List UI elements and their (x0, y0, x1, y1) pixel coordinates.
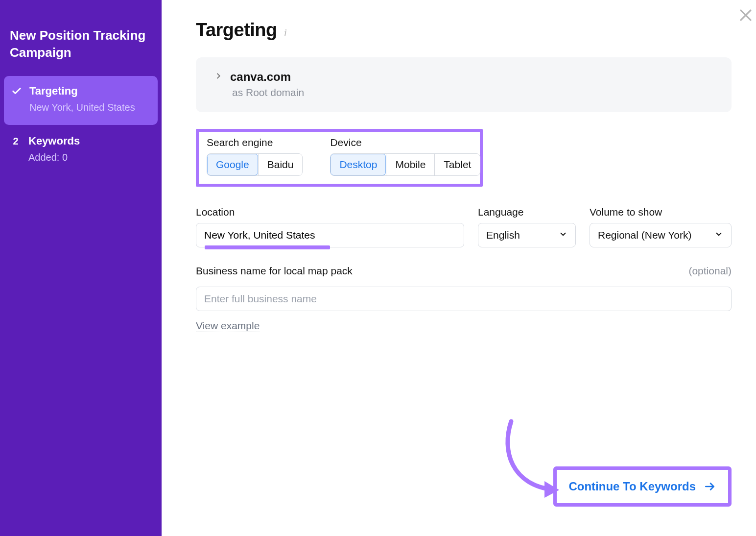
chevron-right-icon (214, 72, 222, 82)
check-icon (11, 86, 23, 97)
volume-select[interactable]: Regional (New York) (590, 223, 732, 247)
step-number: 2 (10, 136, 22, 147)
device-segment: Desktop Mobile Tablet (330, 153, 480, 176)
volume-label: Volume to show (590, 206, 732, 218)
language-select[interactable]: English (478, 223, 576, 247)
business-name-section: Business name for local map pack (option… (196, 265, 732, 332)
language-value: English (486, 229, 520, 241)
location-label: Location (196, 206, 464, 218)
step-subtitle: New York, United States (29, 100, 151, 114)
location-field: Location (196, 206, 464, 247)
sidebar-step-targeting[interactable]: Targeting New York, United States (4, 76, 158, 125)
sidebar: New Position Tracking Campaign Targeting… (0, 0, 162, 536)
loc-lang-vol-row: Location Language English Volume to show… (196, 206, 732, 247)
continue-label: Continue To Keywords (568, 480, 696, 493)
chevron-down-icon (559, 229, 567, 241)
view-example-link[interactable]: View example (196, 320, 260, 332)
sidebar-step-keywords[interactable]: 2 Keywords Added: 0 (0, 126, 162, 173)
business-label: Business name for local map pack (196, 265, 353, 277)
engine-device-highlight: Search engine Google Baidu Device Deskto… (196, 129, 483, 187)
domain-subtitle: as Root domain (232, 87, 717, 98)
step-title: Targeting (29, 85, 151, 97)
volume-field: Volume to show Regional (New York) (590, 206, 732, 247)
volume-value: Regional (New York) (598, 229, 691, 241)
arrow-right-icon (704, 480, 716, 493)
info-icon[interactable]: i (284, 26, 287, 39)
search-engine-baidu[interactable]: Baidu (258, 154, 303, 175)
step-title: Keywords (28, 135, 152, 147)
page-title: Targeting (196, 20, 277, 41)
continue-highlight: Continue To Keywords (553, 466, 732, 507)
domain-card[interactable]: canva.com as Root domain (196, 57, 732, 112)
optional-label: (optional) (688, 265, 732, 277)
search-engine-segment: Google Baidu (207, 153, 303, 176)
main-panel: Targeting i canva.com as Root domain Sea… (162, 0, 756, 536)
domain-name: canva.com (230, 70, 291, 84)
step-subtitle: Added: 0 (28, 150, 152, 164)
search-engine-label: Search engine (207, 137, 303, 148)
search-engine-group: Search engine Google Baidu (207, 137, 303, 176)
footer: Continue To Keywords (553, 466, 732, 507)
language-label: Language (478, 206, 576, 218)
device-group: Device Desktop Mobile Tablet (330, 137, 480, 176)
device-tablet[interactable]: Tablet (434, 154, 480, 175)
language-field: Language English (478, 206, 576, 247)
location-input[interactable] (196, 223, 464, 247)
continue-button[interactable]: Continue To Keywords (568, 480, 716, 493)
chevron-down-icon (714, 229, 723, 241)
business-input[interactable] (196, 287, 732, 311)
close-icon[interactable] (737, 7, 754, 25)
page-heading: Targeting i (196, 20, 732, 41)
annotation-underline (205, 245, 330, 249)
device-desktop[interactable]: Desktop (331, 154, 386, 175)
search-engine-google[interactable]: Google (207, 154, 258, 175)
sidebar-title: New Position Tracking Campaign (0, 0, 162, 75)
device-label: Device (330, 137, 480, 148)
device-mobile[interactable]: Mobile (386, 154, 434, 175)
